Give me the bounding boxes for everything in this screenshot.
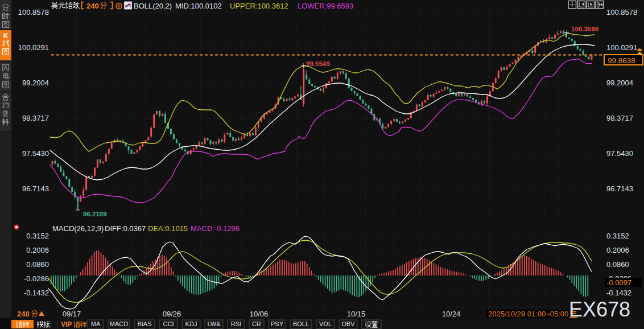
svg-text:DIFF:0.0367: DIFF:0.0367	[105, 224, 146, 233]
svg-text:99.2004: 99.2004	[606, 79, 633, 87]
svg-text:-0.1432: -0.1432	[606, 289, 631, 297]
svg-text:99.2004: 99.2004	[22, 79, 49, 87]
svg-text:99.8638: 99.8638	[608, 56, 635, 65]
svg-text:-0.0286: -0.0286	[24, 274, 49, 283]
svg-text:100.3599: 100.3599	[571, 26, 598, 32]
svg-text:100.8578: 100.8578	[606, 8, 637, 17]
svg-text:0.3152: 0.3152	[26, 232, 49, 240]
svg-text:97.5430: 97.5430	[22, 149, 49, 158]
svg-text:EX678: EX678	[569, 298, 630, 321]
svg-text:MA: MA	[91, 320, 101, 327]
svg-text:0.3152: 0.3152	[606, 232, 629, 240]
svg-text:RSI: RSI	[231, 320, 241, 327]
svg-text:K: K	[3, 32, 9, 40]
svg-text:BOLL(20,2): BOLL(20,2)	[134, 2, 172, 10]
svg-text:MACD: MACD	[110, 320, 128, 327]
svg-text:UPPER:100.3612: UPPER:100.3612	[230, 2, 288, 10]
svg-text:100.0291: 100.0291	[18, 43, 49, 52]
svg-text:10/15: 10/15	[347, 310, 366, 318]
svg-text:96.2109: 96.2109	[83, 211, 107, 217]
svg-text:100.0291: 100.0291	[606, 43, 637, 52]
svg-text:LW&: LW&	[207, 320, 221, 327]
svg-text:96.7143: 96.7143	[606, 184, 633, 193]
svg-text:KDJ: KDJ	[185, 320, 197, 327]
svg-text:0.2006: 0.2006	[26, 246, 49, 254]
svg-text:0.0860: 0.0860	[26, 260, 49, 269]
svg-text:09/17: 09/17	[63, 310, 81, 318]
svg-text:240: 240	[86, 2, 99, 10]
svg-text:-0.0097: -0.0097	[606, 278, 631, 287]
svg-text:0.2006: 0.2006	[606, 246, 629, 254]
svg-text:CCI: CCI	[163, 320, 174, 327]
svg-text:09/26: 09/26	[163, 310, 181, 318]
svg-text:-0.1432: -0.1432	[24, 289, 49, 297]
svg-text:10/06: 10/06	[250, 310, 269, 318]
svg-text:99.5549: 99.5549	[306, 60, 330, 67]
svg-text:240: 240	[17, 310, 30, 318]
svg-text:LOWER:99.6593: LOWER:99.6593	[298, 2, 353, 10]
svg-text:96.7143: 96.7143	[22, 184, 49, 193]
svg-text:OBV: OBV	[341, 320, 355, 327]
svg-text:10/24: 10/24	[442, 310, 461, 318]
svg-text:98.3717: 98.3717	[606, 114, 633, 122]
svg-text:0.0860: 0.0860	[606, 260, 629, 269]
svg-text:98.3717: 98.3717	[22, 114, 49, 122]
svg-text:BIAS: BIAS	[137, 320, 151, 327]
svg-text:97.5430: 97.5430	[606, 149, 633, 158]
svg-text:100.8578: 100.8578	[18, 8, 49, 17]
svg-text:BOLL: BOLL	[293, 320, 309, 327]
svg-text:PSY: PSY	[271, 320, 284, 327]
svg-text:2025/10/29 01:00~05:00: 2025/10/29 01:00~05:00	[488, 310, 568, 318]
svg-text:MACD:-0.1296: MACD:-0.1296	[191, 224, 240, 233]
svg-text:MID:100.0102: MID:100.0102	[175, 2, 222, 10]
svg-text:VOL: VOL	[319, 320, 332, 327]
svg-text:DEA:0.1015: DEA:0.1015	[148, 224, 188, 233]
svg-text:VIP: VIP	[61, 320, 72, 328]
svg-text:MACD(26,12,9): MACD(26,12,9)	[52, 224, 104, 233]
svg-text:CR: CR	[252, 320, 261, 327]
